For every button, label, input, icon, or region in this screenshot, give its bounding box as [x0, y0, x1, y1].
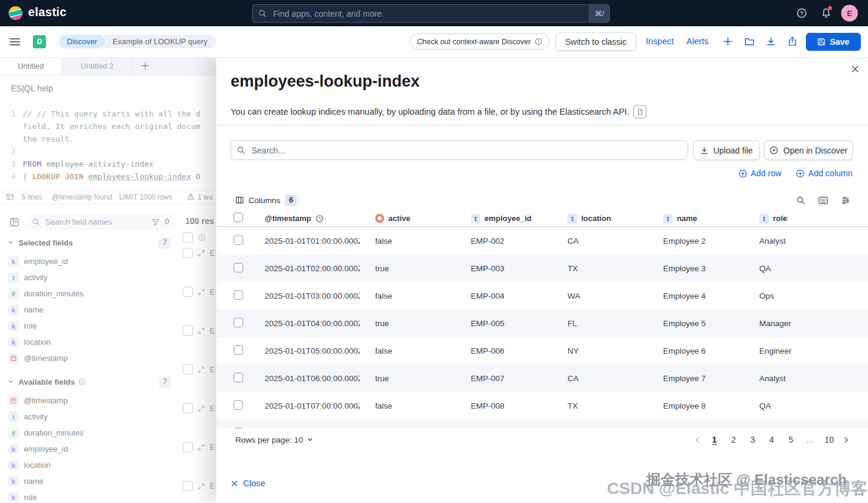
row-checkbox[interactable]: [234, 373, 243, 382]
table-cell: Analyst: [744, 374, 868, 383]
share-button[interactable]: [787, 36, 798, 47]
page-button-5[interactable]: 5: [783, 433, 799, 446]
plus-in-circle-icon: [796, 169, 805, 178]
row-checkbox[interactable]: [234, 400, 243, 410]
download-button[interactable]: [766, 36, 776, 47]
close-flyout-icon-button[interactable]: [851, 65, 860, 73]
rows-per-page-button[interactable]: Rows per page: 10: [235, 435, 314, 444]
table-cell: false: [360, 237, 455, 246]
open-in-discover-button[interactable]: Open in Discover: [764, 140, 853, 160]
table-cell: Employee 3: [648, 264, 744, 273]
row-checkbox[interactable]: [234, 318, 243, 327]
elastic-logo-icon[interactable]: [8, 5, 23, 21]
add-row-button[interactable]: Add row: [738, 168, 781, 178]
open-folder-button[interactable]: [744, 36, 754, 47]
notifications-button[interactable]: [821, 8, 832, 19]
api-docs-button[interactable]: [633, 105, 646, 118]
table-cell: WA: [552, 292, 648, 300]
table-cell: false: [360, 346, 455, 355]
table-cell: EMP-003: [455, 264, 552, 273]
breadcrumb-discover[interactable]: Discover: [59, 35, 107, 48]
table-cell: 2025-01-01T06:00:00.000Z: [249, 374, 360, 383]
flyout-overlay-mask: [0, 57, 216, 503]
table-cell: 2025-01-01T03:00:00.000Z: [249, 292, 360, 300]
row-select: [216, 318, 249, 329]
plus-in-circle-icon: [738, 169, 747, 178]
table-row: 2025-01-01T04:00:00.000ZtrueEMP-005FLEmp…: [216, 309, 868, 337]
table-cell: EMP-002: [455, 237, 552, 246]
page-button-10[interactable]: 10: [821, 433, 838, 446]
column-header-name[interactable]: tname: [648, 214, 744, 223]
row-select: [216, 373, 249, 384]
grid-search-button[interactable]: [796, 196, 805, 205]
text-field-icon: t: [759, 214, 769, 223]
table-row: 2025-01-01T02:00:00.000ZtrueEMP-003TXEmp…: [216, 254, 868, 282]
table-search: [231, 140, 688, 160]
help-button[interactable]: ?: [796, 8, 807, 19]
clock-icon: [315, 214, 324, 223]
page-button-3[interactable]: 3: [744, 433, 761, 446]
column-header-location[interactable]: tlocation: [552, 214, 648, 223]
table-cell: true: [360, 264, 455, 273]
column-header-role[interactable]: trole: [744, 214, 868, 223]
space-avatar[interactable]: D: [33, 35, 46, 48]
text-field-icon: t: [663, 214, 673, 223]
table-cell: TX: [552, 264, 648, 273]
lookup-index-flyout: employees-lookup-index You can create lo…: [216, 57, 868, 503]
brand-name: elastic: [28, 5, 66, 19]
columns-button[interactable]: Columns 6: [235, 195, 297, 206]
page-button-2[interactable]: 2: [725, 433, 742, 446]
breadcrumb-page: Example of LOOKUP query: [103, 35, 217, 48]
watermark-csdn: CSDN @Elastic 中国社区官方博客: [607, 477, 867, 500]
context-aware-banner-button[interactable]: Check out context-aware Discover: [410, 33, 550, 50]
column-header-@timestamp[interactable]: @timestamp: [249, 214, 360, 223]
row-select: [216, 400, 249, 412]
save-label: Save: [830, 37, 849, 47]
open-in-discover-label: Open in Discover: [783, 146, 847, 155]
save-button[interactable]: Save: [806, 33, 861, 51]
save-icon: [817, 38, 826, 46]
table-cell: 2025-01-01T04:00:00.000Z: [249, 319, 360, 328]
page-button-4[interactable]: 4: [763, 433, 780, 446]
upload-icon: [700, 146, 708, 155]
select-all-checkbox[interactable]: [234, 213, 243, 222]
table-cell: FL: [552, 319, 648, 328]
table-row: 2025-01-01T01:00:00.000ZfalseEMP-002CAEm…: [216, 227, 868, 254]
global-search-input[interactable]: [252, 4, 589, 23]
column-label: location: [581, 214, 611, 223]
table-cell: CA: [552, 374, 648, 383]
keyboard-shortcut-hint: ⌘/: [589, 4, 610, 23]
global-header: elastic ⌘/ ? E: [0, 0, 868, 26]
close-flyout-button[interactable]: Close: [231, 479, 265, 488]
next-page-button[interactable]: [840, 436, 852, 444]
context-aware-banner-label: Check out context-aware Discover: [417, 38, 530, 46]
previous-page-button[interactable]: [691, 436, 704, 444]
table-cell: Employee 2: [648, 237, 744, 246]
table-cell: Employee 7: [648, 374, 744, 383]
inspect-button[interactable]: Inspect: [646, 36, 674, 46]
user-avatar[interactable]: E: [841, 5, 858, 22]
page-button-1[interactable]: 1: [706, 433, 723, 446]
alerts-button[interactable]: Alerts: [686, 36, 708, 46]
new-item-button[interactable]: [723, 36, 733, 47]
upload-file-button[interactable]: Upload file: [693, 140, 760, 160]
row-checkbox[interactable]: [234, 345, 243, 355]
table-cell: Employee 6: [648, 346, 744, 355]
switch-to-classic-button[interactable]: Switch to classic: [556, 32, 636, 51]
flyout-subtitle-row: You can create lookup indices manually, …: [231, 105, 646, 118]
keyboard-shortcuts-button[interactable]: [818, 197, 828, 204]
column-header-active[interactable]: active: [360, 214, 455, 223]
row-checkbox[interactable]: [234, 428, 243, 429]
columns-count-badge: 6: [285, 195, 297, 206]
menu-button[interactable]: [10, 38, 20, 46]
row-checkbox[interactable]: [234, 235, 243, 245]
row-checkbox[interactable]: [234, 290, 243, 300]
add-column-button[interactable]: Add column: [796, 168, 852, 178]
table-search-input[interactable]: [231, 140, 688, 160]
table-cell: Analyst: [744, 237, 868, 246]
row-checkbox[interactable]: [234, 263, 243, 272]
display-options-button[interactable]: [841, 196, 850, 205]
column-header-employee_id[interactable]: temployee_id: [455, 214, 552, 223]
column-label: employee_id: [484, 214, 532, 223]
table-cell: QA: [744, 264, 868, 273]
